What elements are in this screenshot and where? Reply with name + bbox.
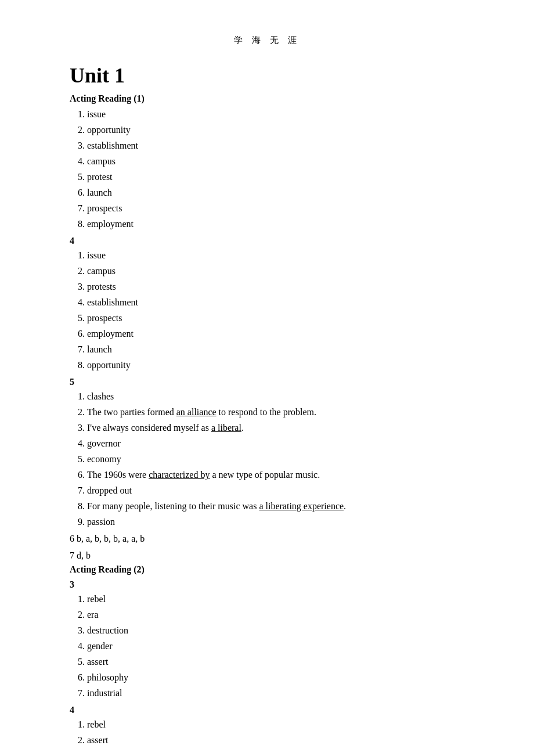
list-item: prospects [87, 311, 464, 325]
list-item: The two parties formed an alliance to re… [87, 405, 464, 419]
list-item: industrial [87, 686, 464, 700]
list-item: destruction [87, 624, 464, 638]
subsection-num-ar2-4: 4 [70, 705, 464, 715]
header-text: 学 海 无 涯 [70, 35, 464, 46]
list-item: launch [87, 343, 464, 357]
extra-line-6: 6 b, a, b, b, b, a, a, b [70, 531, 464, 546]
list-item: The 1960s were characterized by a new ty… [87, 468, 464, 482]
section-title-ar2: Acting Reading (2) [70, 564, 464, 575]
list-item: gender [87, 639, 464, 653]
list-ar1-5: clashes The two parties formed an allian… [87, 390, 464, 529]
list-item: employment [87, 327, 464, 341]
list-item: assert [87, 655, 464, 669]
list-item: issue [87, 249, 464, 262]
subsection-num-ar2-3: 3 [70, 579, 464, 590]
list-item: employment [87, 217, 464, 231]
list-ar2-3: rebel era destruction gender assert phil… [87, 592, 464, 700]
underline-liberal: a liberal [211, 423, 241, 433]
list-item: assert [87, 733, 464, 747]
list-ar1-intro: issue opportunity establishment campus p… [87, 107, 464, 231]
list-item: For many people, listening to their musi… [87, 499, 464, 513]
list-item: clashes [87, 390, 464, 404]
list-item: I've always considered myself as a liber… [87, 421, 464, 435]
list-item: campus [87, 264, 464, 278]
list-item: economy [87, 452, 464, 466]
underline-liberating: a liberating experience [259, 501, 344, 511]
underline-characterized: characterized by [149, 470, 210, 480]
list-item: opportunity [87, 123, 464, 137]
underline-alliance: an alliance [176, 407, 217, 417]
subsection-num-4: 4 [70, 236, 464, 246]
list-ar2-4: rebel assert [87, 718, 464, 747]
list-item: philosophy [87, 671, 464, 685]
extra-line-7: 7 d, b [70, 548, 464, 563]
list-item: rebel [87, 718, 464, 732]
list-item: protest [87, 170, 464, 184]
list-item: launch [87, 186, 464, 200]
list-item: passion [87, 515, 464, 529]
subsection-num-5: 5 [70, 377, 464, 387]
list-item: issue [87, 107, 464, 121]
section-acting-reading-1: Acting Reading (1) issue opportunity est… [70, 93, 464, 563]
header: 学 海 无 涯 [70, 35, 464, 46]
list-ar1-4: issue campus protests establishment pros… [87, 249, 464, 372]
unit-title: Unit 1 [70, 63, 464, 88]
list-item: dropped out [87, 484, 464, 498]
list-item: prospects [87, 201, 464, 215]
list-item: governor [87, 437, 464, 451]
list-item: era [87, 608, 464, 622]
list-item: establishment [87, 296, 464, 309]
list-item: protests [87, 280, 464, 294]
list-item: campus [87, 154, 464, 168]
list-item: establishment [87, 139, 464, 153]
list-item: opportunity [87, 358, 464, 372]
list-item: rebel [87, 592, 464, 606]
section-acting-reading-2: Acting Reading (2) 3 rebel era destructi… [70, 564, 464, 747]
section-title-ar1: Acting Reading (1) [70, 93, 464, 104]
